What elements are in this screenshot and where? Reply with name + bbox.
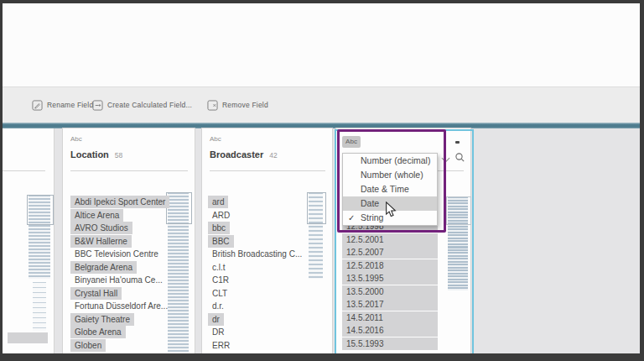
location-cell[interactable]: Globen xyxy=(70,339,171,353)
data-type-label-broadcaster[interactable]: Abc xyxy=(210,135,221,143)
column-header-underline xyxy=(3,170,45,171)
data-type-menu: ✓ Number (decimal) ✓ Number (whole) ✓ Da… xyxy=(342,153,438,226)
column-count: 42 xyxy=(269,151,277,160)
location-cell[interactable]: Globe Arena xyxy=(70,326,171,339)
menu-item-label: Number (decimal) xyxy=(361,155,430,165)
more-options-icon[interactable] xyxy=(455,141,460,144)
broadcaster-cell[interactable]: ard xyxy=(208,196,313,209)
remove-field-label: Remove Field xyxy=(222,101,268,109)
rename-field-button[interactable]: Rename Field xyxy=(32,97,93,113)
location-cell[interactable]: Abdi Ipekci Sport Center xyxy=(70,196,171,209)
check-icon: ✓ xyxy=(348,211,355,225)
remove-field-button[interactable]: Remove Field xyxy=(207,97,268,113)
location-cell[interactable]: Crystal Hall xyxy=(70,287,171,301)
location-cell[interactable]: Gaiety Theatre xyxy=(70,313,171,327)
column-count: 58 xyxy=(115,151,122,160)
column-header-underline xyxy=(210,170,325,171)
broadcaster-cell[interactable]: BBC xyxy=(208,235,313,249)
column-header-underline xyxy=(70,170,188,171)
date-cell[interactable]: 13.5.2000 xyxy=(342,285,436,299)
broadcaster-cell[interactable]: c.l.t xyxy=(208,261,313,275)
data-type-menu-item[interactable]: ✓ Number (decimal) xyxy=(343,154,437,168)
location-cell[interactable]: B&W Hallerne xyxy=(70,235,171,249)
broadcaster-cell[interactable]: DR xyxy=(208,326,313,339)
screenshot-frame: Rename Field Create Calculated Field... … xyxy=(0,0,644,361)
location-cell[interactable]: AVRO Studios xyxy=(70,222,171,235)
rename-field-label: Rename Field xyxy=(47,101,93,109)
data-type-menu-item[interactable]: ✓ Date & Time xyxy=(343,182,437,196)
location-cell[interactable]: Binyanei Ha'ouma Ce... xyxy=(70,274,171,287)
broadcaster-cell[interactable]: dr xyxy=(208,313,313,327)
menu-item-label: Date & Time xyxy=(361,184,409,194)
data-type-menu-item[interactable]: ✓ Date xyxy=(343,196,437,211)
create-calculated-field-icon xyxy=(92,100,103,111)
broadcaster-cell[interactable]: d.r. xyxy=(208,300,313,313)
date-values: 12.5.1998 12.5.2001 12.5.2007 12.5.2018 … xyxy=(342,220,436,350)
date-cell[interactable]: 12.5.2001 xyxy=(342,233,436,247)
remove-field-icon xyxy=(207,100,218,111)
data-type-menu-item[interactable]: ✓ String xyxy=(343,211,437,225)
date-cell[interactable]: 13.5.1995 xyxy=(342,272,436,285)
data-type-button-date[interactable]: Abc xyxy=(342,136,361,148)
broadcaster-values: ard ARD bbc BBC British Broadcasting C..… xyxy=(208,196,313,352)
data-type-menu-item[interactable]: ✓ Number (whole) xyxy=(343,168,437,182)
broadcaster-cell[interactable]: ERR xyxy=(208,339,313,353)
date-cell[interactable]: 15.5.1993 xyxy=(342,337,436,351)
broadcaster-cell[interactable]: C1R xyxy=(208,274,313,287)
highlighted-cell-fragment xyxy=(8,332,48,343)
location-cell[interactable]: BBC Television Centre xyxy=(70,248,171,261)
date-cell[interactable]: 13.5.2017 xyxy=(342,298,436,311)
histogram-partial-column-sparse[interactable] xyxy=(33,282,46,331)
menu-item-label: Number (whole) xyxy=(361,170,423,180)
location-cell[interactable]: Altice Arena xyxy=(70,209,171,222)
menu-item-label: String xyxy=(361,212,383,222)
broadcaster-cell[interactable]: ARD xyxy=(208,209,313,222)
column-name: Location xyxy=(70,149,109,160)
location-values: Abdi Ipekci Sport Center Altice Arena AV… xyxy=(70,196,171,352)
column-title-broadcaster: Broadcaster42 xyxy=(210,149,278,160)
broadcaster-cell[interactable]: CLT xyxy=(208,287,313,301)
broadcaster-cell[interactable]: bbc xyxy=(208,222,313,235)
location-cell[interactable]: Fortuna Düsseldorf Are... xyxy=(70,300,171,313)
menu-item-label: Date xyxy=(361,198,379,208)
date-cell[interactable]: 12.5.2007 xyxy=(342,246,436,259)
column-title-location: Location58 xyxy=(70,149,122,160)
toolbar-divider-bar xyxy=(3,123,640,128)
app-window: Rename Field Create Calculated Field... … xyxy=(3,3,640,353)
search-icon[interactable] xyxy=(454,152,465,163)
broadcaster-cell[interactable]: British Broadcasting C... xyxy=(208,248,313,261)
histogram-selection-outline xyxy=(27,195,54,225)
column-name: Broadcaster xyxy=(210,149,263,160)
date-cell[interactable]: 14.5.2016 xyxy=(342,324,436,337)
create-calculated-field-label: Create Calculated Field... xyxy=(107,101,192,109)
field-toolbar: Rename Field Create Calculated Field... … xyxy=(3,86,640,123)
location-cell[interactable]: Belgrade Arena xyxy=(70,261,171,275)
rename-field-icon xyxy=(32,100,43,111)
data-type-label-location[interactable]: Abc xyxy=(70,135,82,143)
date-cell[interactable]: 14.5.2011 xyxy=(342,311,436,325)
histogram-selection-outline xyxy=(446,196,471,225)
create-calculated-field-button[interactable]: Create Calculated Field... xyxy=(92,97,192,113)
date-cell[interactable]: 12.5.2018 xyxy=(342,259,436,273)
